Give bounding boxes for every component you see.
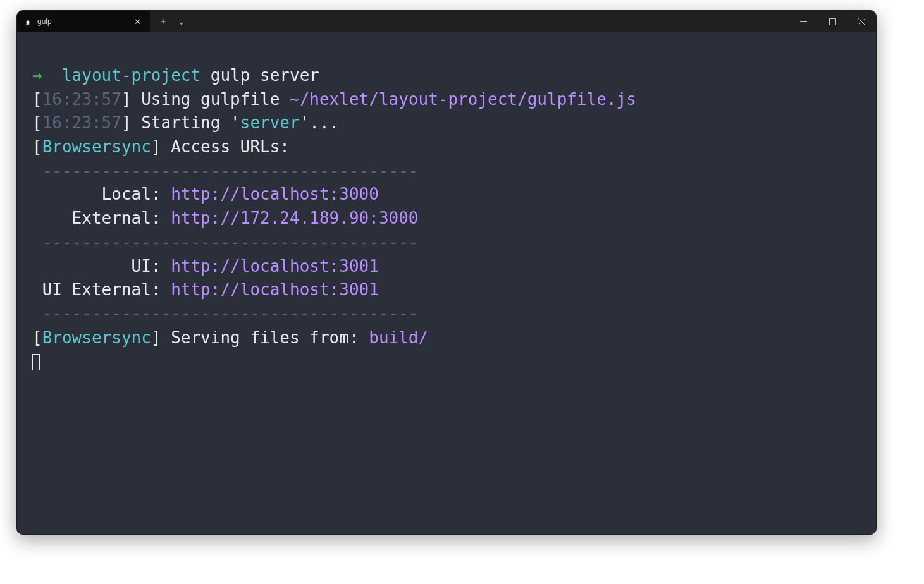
ui-label: UI: (32, 257, 171, 276)
prompt-cwd: layout-project (62, 66, 200, 85)
ui-url: http://localhost:3001 (171, 257, 379, 276)
maximize-icon (829, 18, 836, 25)
local-label: Local: (32, 185, 171, 204)
minimize-icon (800, 18, 807, 25)
separator-1: -------------------------------------- (32, 161, 418, 180)
starting-prefix: Starting ' (132, 113, 240, 132)
serving-dir: build/ (369, 328, 428, 347)
maximize-button[interactable] (818, 11, 847, 32)
svg-rect-9 (829, 18, 835, 25)
new-tab-button[interactable]: ＋ (159, 16, 168, 27)
close-window-button[interactable] (847, 11, 876, 32)
tux-icon (23, 17, 32, 26)
external-label: External: (32, 209, 171, 228)
timestamp-1: 16:23:57 (42, 90, 121, 109)
tab-close-icon[interactable]: ✕ (132, 16, 144, 27)
timestamp-2: 16:23:57 (42, 113, 121, 132)
svg-point-4 (27, 20, 27, 21)
using-gulpfile-text: Using gulpfile (132, 90, 290, 109)
minimize-button[interactable] (789, 11, 818, 32)
tab-actions: ＋ ⌄ (150, 11, 185, 32)
starting-task: server (240, 113, 300, 132)
local-url: http://localhost:3000 (171, 185, 379, 204)
cursor-icon (32, 354, 40, 370)
prompt-command: gulp server (211, 66, 319, 85)
gulpfile-path: ~/hexlet/layout-project/gulpfile.js (290, 90, 636, 109)
svg-rect-8 (800, 21, 807, 22)
ui-external-url: http://localhost:3001 (171, 280, 379, 299)
serving-text: Serving files from: (161, 328, 369, 347)
titlebar: gulp ✕ ＋ ⌄ (17, 11, 876, 32)
starting-suffix: '... (300, 113, 340, 132)
svg-point-7 (28, 24, 30, 25)
svg-point-6 (25, 24, 28, 25)
separator-2: -------------------------------------- (32, 233, 418, 252)
terminal-window: gulp ✕ ＋ ⌄ → layout-project gulp server … (16, 10, 877, 535)
svg-point-5 (28, 20, 29, 21)
tab-title: gulp (37, 17, 52, 26)
ui-external-label: UI External: (32, 280, 171, 299)
separator-3: -------------------------------------- (32, 304, 418, 323)
browsersync-label-1: Browsersync (42, 137, 151, 156)
tab-dropdown-icon[interactable]: ⌄ (178, 16, 185, 27)
external-url: http://172.24.189.90:3000 (171, 209, 418, 228)
prompt-arrow: → (32, 66, 42, 85)
browsersync-label-2: Browsersync (42, 328, 151, 347)
window-controls (789, 11, 876, 32)
tab-gulp[interactable]: gulp ✕ (17, 11, 150, 32)
terminal-output[interactable]: → layout-project gulp server [16:23:57] … (17, 32, 876, 534)
close-icon (858, 18, 865, 25)
access-urls-text: Access URLs: (161, 137, 290, 156)
